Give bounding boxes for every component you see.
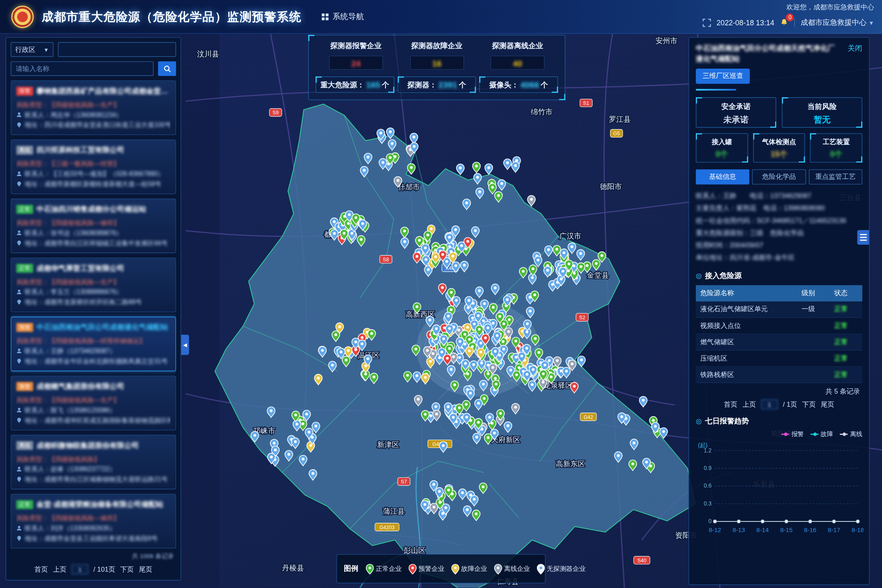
company-card[interactable]: 离线 成都积微物联集团股份有限公司 风险类型：【四级较低风险】 联系人：赵睿（1…	[11, 435, 176, 490]
company-name: 成都华气厚普工贸有限公司	[37, 263, 125, 274]
trend-legend-item[interactable]: 故障	[811, 430, 833, 439]
company-name: 攀钢集团西昌矿产品有限公司成都金堂仓储中心	[37, 86, 171, 96]
sidebar-collapse-button[interactable]: ◀	[181, 335, 189, 355]
next-page-button[interactable]: 下页	[802, 400, 816, 409]
search-button[interactable]	[158, 61, 176, 76]
hazard-status: 正常	[830, 350, 862, 367]
company-card[interactable]: 正常 成都华气厚普工贸有限公司 风险类型：【四级较低风险—生产】 联系人：李玉兰…	[11, 258, 176, 312]
detector-stat: 探测器离线企业 40	[477, 41, 558, 70]
road-label: G4203	[375, 523, 399, 531]
hazard-name: 燃气储罐区	[696, 334, 797, 350]
company-card[interactable]: 离线 四川炬原科技工贸有限公司 风险类型：【三级一般风险—经营】 联系人：【工程…	[11, 140, 176, 194]
company-card[interactable]: 预警 中石油西南油气田公司成都液化气储配站 风险类型：【四级较低风险—经营存储储…	[11, 317, 176, 372]
datetime-text: 2022-08-18 13:14	[717, 18, 774, 27]
map-place-label: 绵竹市	[531, 108, 553, 116]
company-card[interactable]: 预警 成都燃气集团股份有限公司 风险类型：【四级较低风险—生产】 联系人：陈飞（…	[11, 376, 176, 430]
safety-commitment-label: 安全承诺	[696, 102, 775, 112]
first-page-button[interactable]: 首页	[724, 400, 737, 409]
tab-1[interactable]: 危险化学品	[752, 169, 806, 184]
notification-bell-icon[interactable]: 0	[780, 18, 789, 27]
map-place-label: 彭山区	[403, 546, 425, 555]
page-number-input[interactable]	[761, 399, 778, 410]
hazard-table: 危险源名称 级别 状态 液化石油气储罐区单元 一级 正常视频接入点位 正常燃气储…	[696, 285, 862, 383]
last-page-button[interactable]: 尾页	[139, 564, 152, 574]
status-badge: 正常	[16, 264, 33, 273]
risk-type-text: 风险类型：【四级较低风险】	[16, 454, 100, 464]
next-page-button[interactable]: 下页	[120, 564, 134, 574]
table-row[interactable]: 燃气储罐区 正常	[696, 334, 862, 350]
person-icon	[16, 407, 22, 413]
prev-page-button[interactable]: 上页	[742, 400, 756, 409]
page-number-input[interactable]	[71, 564, 88, 575]
trend-legend-item[interactable]: 报警	[781, 430, 804, 439]
contact-line: 联系人：刘洋（13308082635）	[16, 523, 170, 533]
system-nav-button[interactable]: 系统导航	[322, 11, 364, 22]
search-input[interactable]	[11, 61, 154, 76]
district-input[interactable]	[58, 42, 176, 57]
svg-text:8-14: 8-14	[756, 526, 768, 533]
company-card[interactable]: 正常 中石油四川销售成都分公司储运站 风险类型：【四级较低风险—储存】 联系人：…	[11, 198, 176, 253]
tab-2[interactable]: 重点监管工艺	[808, 169, 862, 184]
section-dot-icon: ◎	[696, 272, 702, 279]
fullscreen-icon[interactable]	[702, 18, 711, 27]
status-badge: 正常	[16, 500, 33, 509]
close-panel-button[interactable]: 关闭	[848, 43, 862, 65]
app-title: 成都市重大危险源（危险化学品）监测预警系统	[42, 9, 301, 24]
company-card[interactable]: 正常 金堂·成都港荣粮油储备有限公司储配站 风险类型：【四级较低风险—储存】 联…	[11, 494, 176, 548]
risk-type-text: 风险类型：【四级较低风险—生产】	[16, 277, 120, 287]
current-risk-box: 当前风险 暂无	[782, 97, 862, 127]
contact-line: 联系人：【工程33号—规划】（028-83667890）	[16, 169, 170, 179]
address-line: 地址：四川省成都市金堂县淮口街道工业大道100号	[16, 120, 170, 130]
legend-pin-icon	[408, 564, 417, 574]
trend-legend-item[interactable]: 离线	[840, 430, 862, 439]
hazard-level	[797, 367, 830, 383]
total-label: 重大危险源：	[321, 80, 364, 90]
table-row[interactable]: 压缩机区 正常	[696, 350, 862, 367]
table-row[interactable]: 液化石油气储罐区单元 一级 正常	[696, 301, 862, 318]
map-place-label: 金堂县	[587, 272, 609, 280]
panel-list-toggle-button[interactable]	[857, 230, 869, 245]
svg-text:(起): (起)	[698, 442, 708, 448]
hazard-level: 一级	[797, 301, 830, 318]
table-row[interactable]: 铁路栈桥区 正常	[696, 367, 862, 383]
svg-text:8-13: 8-13	[733, 526, 745, 533]
3d-tour-button[interactable]: 三维厂区巡查	[696, 69, 750, 84]
person-icon	[16, 112, 22, 118]
panel-stat-value: 0个	[811, 149, 862, 160]
address-line: 地址：成都市青白江区城厢镇物流大道联运路21号	[16, 474, 170, 484]
hazard-status: 正常	[830, 318, 862, 334]
table-row[interactable]: 视频接入点位 正常	[696, 318, 862, 334]
page-count-label: / 101页	[94, 564, 115, 574]
first-page-button[interactable]: 首页	[34, 564, 48, 574]
company-name: 成都燃气集团股份有限公司	[37, 381, 125, 392]
person-icon	[16, 348, 22, 354]
map-place-label: 德阳市	[600, 183, 622, 191]
legend-item-label: 离线企业	[504, 564, 530, 573]
contact-line: 联系人：周志华（13608081234）	[16, 110, 170, 120]
contact-line: 联系人：陈飞（13586120086）	[16, 405, 170, 415]
prev-page-button[interactable]: 上页	[53, 564, 67, 574]
sidebar-pagination: 首页 上页 / 101页 下页 尾页	[11, 561, 176, 575]
hazard-section-header: ◎ 接入危险源	[696, 270, 862, 281]
company-card[interactable]: 报警 攀钢集团西昌矿产品有限公司成都金堂仓储中心 风险类型：【四级较低风险—生产…	[11, 80, 176, 135]
person-icon	[16, 526, 22, 531]
trend-legend-label: 故障	[821, 430, 833, 439]
chevron-down-icon: ▼	[43, 47, 49, 53]
map-place-label: 高新东区	[556, 460, 585, 468]
district-select[interactable]: 行政区 ▼	[11, 42, 53, 57]
info-line: 重大危险源级别：三级 危险化学品	[696, 227, 862, 239]
trend-section-header: ◎ 七日报警趋势	[696, 416, 862, 427]
last-page-button[interactable]: 尾页	[821, 400, 834, 409]
hazard-name: 视频接入点位	[696, 318, 797, 334]
total-label: 探测器：	[408, 80, 437, 90]
hazard-section-title: 接入危险源	[705, 270, 742, 281]
safety-commitment-box: 安全承诺 未承诺	[696, 97, 776, 127]
risk-type-text: 风险类型：【四级较低风险—生产】	[16, 100, 120, 110]
location-pin-icon	[16, 122, 22, 128]
hazard-name: 压缩机区	[696, 350, 797, 367]
stat-value-box: 16	[410, 56, 464, 69]
tab-0[interactable]: 基础信息	[696, 169, 749, 184]
org-dropdown[interactable]: 成都市应急救援中心 ▼	[801, 18, 874, 28]
svg-text:8-15: 8-15	[780, 526, 793, 533]
trend-legend-label: 报警	[791, 430, 804, 439]
